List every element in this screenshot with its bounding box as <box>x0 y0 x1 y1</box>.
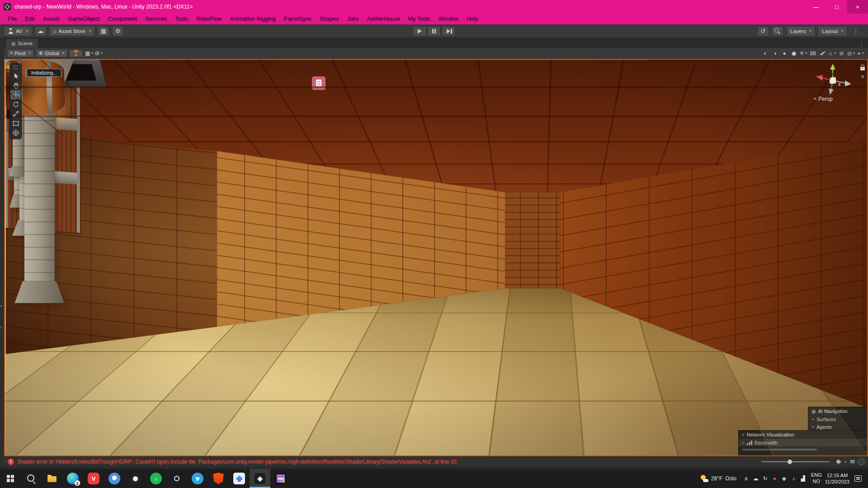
menu-item[interactable]: RiderFlow <box>192 14 226 23</box>
rotate-tool[interactable] <box>10 99 21 109</box>
pane-menu-icon[interactable]: ⋮ <box>855 42 868 48</box>
taskbar-app-spotify[interactable] <box>146 469 166 488</box>
scene-3d-canvas[interactable] <box>5 60 867 455</box>
menu-item[interactable]: Edit <box>21 14 39 23</box>
menu-item[interactable]: Jobs <box>343 14 363 23</box>
collapsed-panel-strip[interactable]: ▪ ‹ <box>0 38 4 466</box>
move-tool[interactable] <box>10 90 21 99</box>
pivot-dropdown[interactable]: ⌖ Pivot <box>7 49 34 57</box>
taskbar-app-github[interactable] <box>125 469 146 488</box>
scene-tool-world-icon[interactable]: ● <box>856 49 865 57</box>
tray-cloud-sync-icon[interactable]: ☁ <box>751 472 760 485</box>
step-button[interactable] <box>442 26 455 36</box>
tray-status-dot-icon[interactable]: ● <box>770 472 779 485</box>
taskbar-app-steam[interactable] <box>166 469 187 488</box>
tray-volume-icon[interactable]: ♪ <box>789 472 798 485</box>
panel-grip-icon[interactable]: ≡ <box>742 432 745 437</box>
notification-center-button[interactable] <box>853 475 863 482</box>
taskbar-app-brave[interactable] <box>208 469 229 488</box>
menu-item[interactable]: File <box>4 14 21 23</box>
scene-tool-hidden-objects-icon[interactable]: ⊘ <box>837 49 846 57</box>
asset-store-button[interactable]: ⌂ Asset Store <box>49 26 95 36</box>
network-status-button[interactable] <box>69 49 83 57</box>
ai-navigation-item[interactable]: Agents <box>808 423 867 431</box>
tray-network-icon[interactable]: ▟ <box>798 472 808 485</box>
orientation-gizmo[interactable]: x < Persp <box>809 61 856 102</box>
close-button[interactable]: × <box>847 0 868 14</box>
mute-icon[interactable] <box>836 459 843 465</box>
scene-tool-grid-visual-icon[interactable]: ▦ <box>85 49 94 57</box>
taskbar-app-vivaldi[interactable] <box>83 469 104 488</box>
taskbar-app-search[interactable] <box>21 469 42 488</box>
taskbar-app-telegram[interactable] <box>187 469 208 488</box>
layout-dropdown[interactable]: Layout <box>818 26 847 36</box>
services-grid-icon[interactable]: ▦ <box>98 26 109 36</box>
taskbar-app-start[interactable] <box>0 469 21 488</box>
panel-scrollbar[interactable] <box>742 449 817 450</box>
account-button[interactable]: AV <box>4 26 32 36</box>
scene-notification-icon[interactable] <box>312 76 326 90</box>
scene-tool-shaded-mode-icon[interactable]: ◐ <box>761 49 770 57</box>
undo-history-icon[interactable]: ↺ <box>757 26 769 36</box>
menu-item[interactable]: Shapes <box>316 14 343 23</box>
taskbar-app-rider[interactable] <box>270 469 291 488</box>
layers-dropdown[interactable]: Layers <box>786 26 816 36</box>
scene-tool-postfx-icon[interactable]: ◉ <box>789 49 799 57</box>
lock-icon[interactable] <box>860 67 865 70</box>
taskbar-app-edge[interactable]: 2 <box>62 469 83 488</box>
view-tool[interactable] <box>10 71 21 80</box>
network-visualization-item[interactable]: Bandwidth <box>739 439 867 446</box>
error-message[interactable]: Shader error in 'Hidden/Enviro/BlitTroug… <box>17 459 457 465</box>
maximize-button[interactable]: □ <box>826 0 847 14</box>
status-bar[interactable]: Shader error in 'Hidden/Enviro/BlitTroug… <box>4 456 868 466</box>
scene-tool-ambient-icon[interactable]: ● <box>780 49 789 57</box>
tray-update-icon[interactable]: ↻ <box>760 472 770 485</box>
menu-item[interactable]: Component <box>104 14 141 23</box>
menu-item[interactable]: GameObject <box>64 14 104 23</box>
menu-item[interactable]: My Tools <box>404 14 434 23</box>
minimize-button[interactable]: — <box>806 0 826 14</box>
taskbar-app-chrome[interactable] <box>104 469 125 488</box>
pan-tool[interactable] <box>10 80 21 90</box>
expand-panel-chevron-icon[interactable]: ‹ <box>0 325 2 329</box>
menu-item[interactable]: Services <box>141 14 171 23</box>
pause-button[interactable] <box>427 26 441 36</box>
menu-item[interactable]: Help <box>462 14 482 23</box>
global-dropdown[interactable]: ⊕ Global <box>36 49 67 57</box>
scene-viewport[interactable]: Initializing... x <box>4 59 868 456</box>
scene-tool-2d-toggle[interactable]: 2D <box>808 49 818 57</box>
tab-scene[interactable]: ▦ Scene <box>6 39 38 48</box>
scene-tool-light-settings-icon[interactable]: ✳ <box>799 49 808 57</box>
collapsed-tab-icon[interactable]: ▪ <box>0 304 2 308</box>
projection-toggle[interactable]: < Persp <box>809 96 856 102</box>
transform-tool[interactable] <box>10 128 21 137</box>
status-check-icon[interactable]: ✓ <box>858 459 864 465</box>
scene-tool-effects-icon[interactable]: ☼ <box>827 49 837 57</box>
overlay-grip-icon[interactable] <box>13 66 18 69</box>
settings-gear-icon[interactable]: ⚙ <box>112 26 124 36</box>
taskbar-app-file-explorer[interactable] <box>42 469 62 488</box>
scene-tool-grid-snap-icon[interactable]: ⊞ <box>94 49 104 57</box>
scale-tool[interactable] <box>10 109 21 118</box>
scene-tool-camera-preview-icon[interactable]: ◎ <box>846 49 856 57</box>
rect-tool[interactable] <box>10 118 21 128</box>
play-button[interactable] <box>413 26 426 36</box>
menu-item[interactable]: Assets <box>39 14 64 23</box>
toolbar-overflow-icon[interactable]: ⋮ <box>850 26 862 36</box>
cloud-icon[interactable]: ☁ <box>35 26 47 36</box>
scene-tool-lighting-icon[interactable]: ◑ <box>770 49 780 57</box>
menu-item[interactable]: Animation Rigging <box>226 14 279 23</box>
menu-item[interactable]: Window <box>434 14 462 23</box>
language-indicator[interactable]: ENG NO <box>811 472 822 485</box>
menu-item[interactable]: ParrelSync <box>280 14 316 23</box>
taskbar-weather[interactable]: 26°F Oslo <box>699 475 738 483</box>
ai-navigation-item[interactable]: Surfaces <box>808 415 867 423</box>
tray-shield-icon[interactable]: ◆ <box>779 472 789 485</box>
taskbar-clock[interactable]: 12:15 AM 11/20/2023 <box>825 472 849 485</box>
taskbar-app-unity[interactable] <box>250 469 270 488</box>
console-message-icon[interactable]: ✉ <box>850 458 855 465</box>
search-icon[interactable] <box>772 26 783 36</box>
scene-tool-audio-muted-icon[interactable]: ♪ <box>818 49 827 57</box>
menu-item[interactable]: Tools <box>171 14 192 23</box>
menu-item[interactable]: AetherHouse <box>363 14 404 23</box>
